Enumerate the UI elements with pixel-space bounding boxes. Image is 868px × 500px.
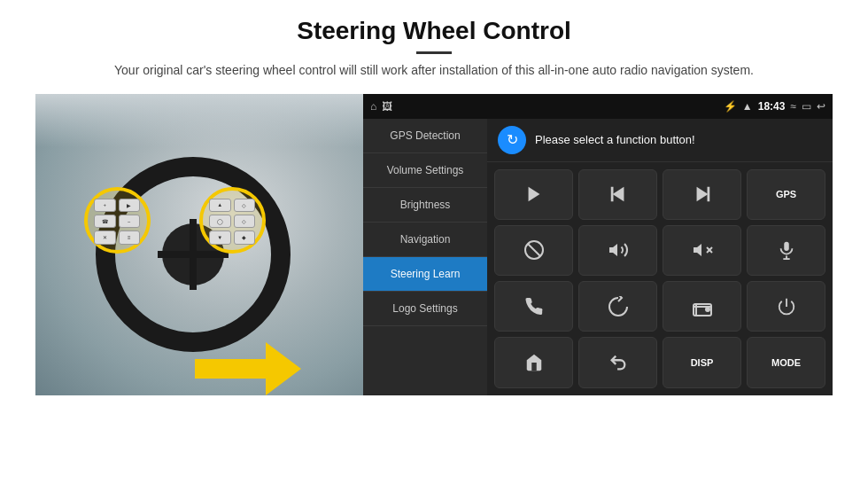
sw-btn-src: ≡ bbox=[119, 230, 141, 244]
battery-icon: ▭ bbox=[802, 100, 811, 113]
svg-rect-4 bbox=[707, 187, 709, 202]
svg-point-15 bbox=[706, 308, 709, 311]
spoke-vertical bbox=[190, 219, 197, 290]
dashboard-bg bbox=[35, 94, 363, 147]
image-status-icon: 🖼 bbox=[382, 100, 392, 113]
sw-btn-r6: ◆ bbox=[234, 230, 256, 244]
sw-btn-hangup: ✕ bbox=[94, 230, 116, 244]
sw-btn-r2: ◇ bbox=[234, 199, 256, 212]
bluetooth-icon: ⚡ bbox=[724, 100, 737, 113]
svg-marker-7 bbox=[609, 244, 617, 256]
func-btn-power[interactable] bbox=[747, 281, 825, 332]
func-btn-volume-up[interactable] bbox=[578, 225, 657, 276]
sw-btn-mode: ▶ bbox=[119, 199, 141, 212]
func-btn-rotate[interactable] bbox=[578, 281, 657, 332]
sw-btn-phone: ☎ bbox=[94, 215, 116, 228]
svg-marker-3 bbox=[696, 187, 708, 202]
func-btn-radio[interactable] bbox=[663, 281, 741, 332]
svg-line-6 bbox=[527, 244, 539, 256]
subtitle-text: Your original car's steering wheel contr… bbox=[35, 61, 833, 80]
func-btn-volume-down[interactable] bbox=[663, 225, 741, 276]
main-content: GPS Detection Volume Settings Brightness… bbox=[363, 119, 833, 395]
svg-rect-2 bbox=[610, 187, 613, 202]
page-title: Steering Wheel Control bbox=[35, 16, 833, 46]
menu-item-brightness[interactable]: Brightness bbox=[363, 188, 487, 223]
menu-item-volume-settings[interactable]: Volume Settings bbox=[363, 153, 487, 188]
button-grid-right: ▲ ◇ ◯ ◇ ▼ ◆ bbox=[202, 191, 262, 252]
sw-btn-r4: ◇ bbox=[234, 215, 256, 228]
title-divider bbox=[416, 51, 452, 54]
status-bar: ⌂ 🖼 ⚡ ▲ 18:43 ≈ ▭ ↩ bbox=[363, 94, 833, 119]
status-icons-right: ⚡ ▲ 18:43 ≈ ▭ ↩ bbox=[724, 100, 825, 113]
arrow-body bbox=[195, 359, 266, 379]
arrow-shape bbox=[195, 347, 301, 391]
steering-wheel-bg: + ▶ ☎ − ✕ ≡ ▲ ◇ ◯ ◇ ▼ ◆ bbox=[35, 94, 363, 395]
func-btn-home[interactable] bbox=[494, 337, 573, 387]
func-btn-skip-forward[interactable] bbox=[663, 169, 741, 220]
refresh-icon[interactable]: ↻ bbox=[498, 126, 526, 154]
wifi-icon: ▲ bbox=[742, 100, 753, 113]
sw-btn-minus: − bbox=[119, 215, 141, 228]
sw-btn-plus: + bbox=[94, 199, 116, 212]
function-grid: GPS bbox=[487, 162, 833, 395]
sw-btn-r1: ▲ bbox=[209, 199, 231, 212]
sw-btn-r3: ◯ bbox=[209, 215, 231, 228]
svg-marker-0 bbox=[528, 187, 539, 202]
func-btn-mic[interactable] bbox=[747, 225, 825, 276]
home-status-icon: ⌂ bbox=[370, 100, 376, 113]
menu-item-logo-settings[interactable]: Logo Settings bbox=[363, 292, 487, 326]
sw-btn-r5: ▼ bbox=[209, 230, 231, 244]
steering-wheel-image: + ▶ ☎ − ✕ ≡ ▲ ◇ ◯ ◇ ▼ ◆ bbox=[35, 94, 363, 395]
svg-rect-11 bbox=[784, 242, 789, 251]
func-btn-phone[interactable] bbox=[494, 281, 573, 332]
head-unit: ⌂ 🖼 ⚡ ▲ 18:43 ≈ ▭ ↩ GPS Detection Volume bbox=[363, 94, 833, 395]
menu-item-navigation[interactable]: Navigation bbox=[363, 223, 487, 257]
content-area: + ▶ ☎ − ✕ ≡ ▲ ◇ ◯ ◇ ▼ ◆ bbox=[35, 94, 833, 395]
back-nav-icon[interactable]: ↩ bbox=[817, 100, 825, 113]
clock-display: 18:43 bbox=[758, 100, 786, 113]
func-btn-play[interactable] bbox=[494, 169, 573, 220]
title-section: Steering Wheel Control Your original car… bbox=[35, 16, 833, 89]
arrow-head bbox=[266, 342, 301, 395]
svg-marker-8 bbox=[694, 244, 701, 256]
func-btn-disp[interactable]: DISP bbox=[663, 337, 741, 387]
func-btn-undo[interactable] bbox=[578, 337, 657, 387]
svg-marker-1 bbox=[612, 187, 624, 202]
signal-icon: ≈ bbox=[790, 100, 796, 113]
status-icons-left: ⌂ 🖼 bbox=[370, 100, 392, 113]
menu-panel: GPS Detection Volume Settings Brightness… bbox=[363, 119, 487, 395]
menu-item-gps-detection[interactable]: GPS Detection bbox=[363, 119, 487, 153]
page-wrapper: Steering Wheel Control Your original car… bbox=[0, 0, 868, 500]
function-header: ↻ Please select a function button! bbox=[487, 119, 833, 162]
menu-item-steering-learn[interactable]: Steering Learn bbox=[363, 257, 487, 292]
func-btn-gps[interactable]: GPS bbox=[747, 169, 825, 220]
func-btn-no-music[interactable] bbox=[494, 225, 573, 276]
steering-wheel-ring bbox=[96, 157, 291, 352]
button-grid-left: + ▶ ☎ − ✕ ≡ bbox=[87, 191, 147, 252]
func-btn-mode[interactable]: MODE bbox=[747, 337, 825, 387]
func-btn-skip-back[interactable] bbox=[578, 169, 657, 220]
function-title: Please select a function button! bbox=[535, 133, 695, 146]
function-panel: ↻ Please select a function button! bbox=[487, 119, 833, 395]
